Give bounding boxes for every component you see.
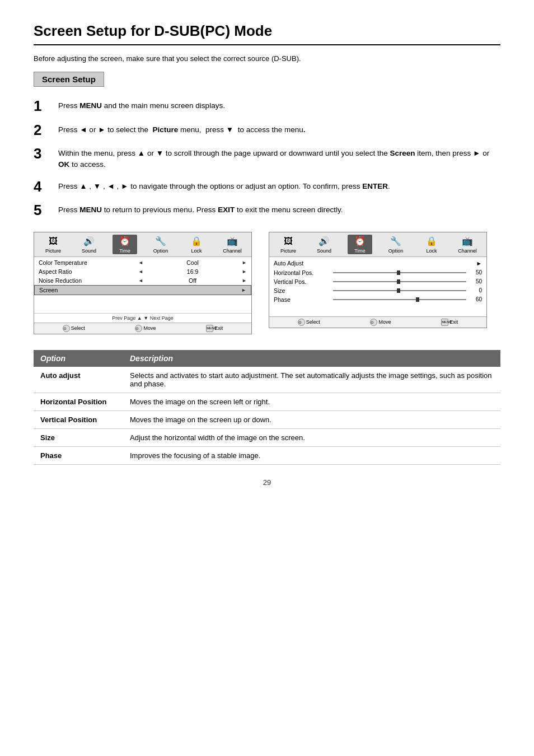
right-menu-icon-channel: 📺 Channel (455, 235, 480, 254)
page-title: Screen Setup for D-SUB(PC) Mode (34, 22, 500, 45)
right-menu-icon-lock: 🔒 Lock (419, 235, 444, 254)
option-phase: Phase (34, 446, 123, 464)
menu-icon-lock: 🔒 Lock (184, 235, 209, 254)
table-row-phase: Phase Improves the focusing of a stable … (34, 446, 500, 464)
right-menu-row-auto: Auto Adjust ► (269, 258, 486, 268)
step-num-3: 3 (34, 146, 54, 162)
right-time-icon: ⏰ (352, 235, 368, 248)
right-menu-row-size: Size 0 (269, 286, 486, 295)
time-icon: ⏰ (117, 235, 133, 248)
channel-icon: 📺 (224, 235, 240, 248)
step-text-1: Press MENU and the main menu screen disp… (58, 98, 225, 111)
step-3: 3 Within the menu, press ▲ or ▼ to scrol… (34, 146, 500, 171)
desc-hpos: Moves the image on the screen left or ri… (123, 393, 500, 410)
right-option-icon: 🔧 (388, 235, 404, 248)
right-menu-icon-sound: 🔊 Sound (312, 235, 336, 254)
step-text-4: Press ▲ , ▼ , ◄ , ► to navigate through … (58, 179, 390, 192)
menus-row: 🖼 Picture 🔊 Sound ⏰ Time 🔧 Option 🔒 Lock… (34, 232, 500, 334)
col-option: Option (34, 350, 123, 367)
right-menu-row-vpos: Vertical Pos. 50 (269, 277, 486, 286)
right-menu-rows: Auto Adjust ► Horizontal Pos. 50 Vertica… (269, 257, 486, 316)
step-5: 5 Press MENU to return to previous menu.… (34, 202, 500, 218)
sound-icon: 🔊 (81, 235, 97, 248)
right-lock-icon: 🔒 (424, 235, 439, 248)
right-picture-icon: 🖼 (280, 235, 296, 248)
right-menu-icon-picture: 🖼 Picture (276, 235, 301, 254)
step-num-5: 5 (34, 202, 54, 218)
step-4: 4 Press ▲ , ▼ , ◄ , ► to navigate throug… (34, 179, 500, 195)
option-vpos: Vertical Position (34, 410, 123, 428)
step-num-2: 2 (34, 122, 54, 138)
left-menu-controls: ⊙ Select ⊙ Move MENU Exit (34, 323, 251, 334)
desc-size: Adjust the horizontal width of the image… (123, 428, 500, 446)
option-auto-adjust: Auto adjust (34, 367, 123, 393)
table-row-hpos: Horizontal Position Moves the image on t… (34, 393, 500, 410)
left-menu-nav: Prev Page ▲ ▼ Next Page (34, 313, 251, 323)
right-menu-icons: 🖼 Picture 🔊 Sound ⏰ Time 🔧 Option 🔒 Lock… (269, 232, 486, 257)
picture-icon: 🖼 (45, 235, 61, 248)
select-ctrl-icon: ⊙ (63, 325, 70, 332)
right-move-ctrl-icon: ⊙ (370, 319, 377, 326)
right-menu-controls: ⊙ Select ⊙ Move MENU Exit (269, 316, 486, 328)
menu-icon-option: 🔧 Option (148, 235, 173, 254)
table-row-auto-adjust: Auto adjust Selects and activates to sta… (34, 367, 500, 393)
option-hpos: Horizontal Position (34, 393, 123, 410)
menu-icon-picture: 🖼 Picture (41, 235, 65, 254)
right-sound-icon: 🔊 (316, 235, 332, 248)
exit-ctrl-icon: MENU (206, 325, 213, 332)
desc-phase: Improves the focusing of a stable image. (123, 446, 500, 464)
intro-text: Before adjusting the screen, make sure t… (34, 54, 500, 63)
step-text-5: Press MENU to return to previous menu. P… (58, 202, 343, 216)
table-row-vpos: Vertical Position Moves the image on the… (34, 410, 500, 428)
right-exit-ctrl-icon: MENU (441, 319, 448, 326)
menu-icon-sound: 🔊 Sound (77, 235, 101, 254)
options-table: Option Description Auto adjust Selects a… (34, 350, 500, 465)
menu-row-color-temp: Color Temperature ◄ Cool ► (34, 258, 251, 267)
menu-icon-channel: 📺 Channel (220, 235, 245, 254)
step-num-1: 1 (34, 98, 54, 114)
right-select-ctrl-icon: ⊙ (298, 319, 305, 326)
option-size: Size (34, 428, 123, 446)
step-text-3: Within the menu, press ▲ or ▼ to scroll … (58, 146, 500, 171)
menu-row-noise: Noise Reduction ◄ Off ► (34, 276, 251, 285)
steps-list: 1 Press MENU and the main menu screen di… (34, 98, 500, 218)
right-menu-icon-time: ⏰ Time (348, 235, 372, 254)
menu-row-screen: Screen ► (34, 285, 251, 295)
right-channel-icon: 📺 (460, 235, 475, 248)
step-2: 2 Press ◄ or ► to select the Picture men… (34, 122, 500, 138)
step-num-4: 4 (34, 179, 54, 195)
right-menu-row-phase: Phase 60 (269, 295, 486, 304)
right-menu-row-hpos: Horizontal Pos. 50 (269, 268, 486, 277)
left-menu-rows: Color Temperature ◄ Cool ► Aspect Ratio … (34, 257, 251, 313)
desc-vpos: Moves the image on the screen up or down… (123, 410, 500, 428)
desc-auto-adjust: Selects and activates to start auto adju… (123, 367, 500, 393)
col-description: Description (123, 350, 500, 367)
lock-icon: 🔒 (189, 235, 204, 248)
menu-row-aspect: Aspect Ratio ◄ 16:9 ► (34, 267, 251, 276)
left-menu-icons: 🖼 Picture 🔊 Sound ⏰ Time 🔧 Option 🔒 Lock… (34, 232, 251, 257)
option-icon: 🔧 (153, 235, 168, 248)
step-1: 1 Press MENU and the main menu screen di… (34, 98, 500, 114)
left-menu: 🖼 Picture 🔊 Sound ⏰ Time 🔧 Option 🔒 Lock… (34, 232, 252, 334)
move-ctrl-icon: ⊙ (135, 325, 142, 332)
menu-icon-time: ⏰ Time (113, 235, 137, 254)
table-row-size: Size Adjust the horizontal width of the … (34, 428, 500, 446)
section-header: Screen Setup (34, 72, 104, 87)
right-menu-icon-option: 🔧 Option (383, 235, 408, 254)
step-text-2: Press ◄ or ► to select the Picture menu,… (58, 122, 306, 136)
page-number: 29 (34, 478, 500, 487)
right-menu: 🖼 Picture 🔊 Sound ⏰ Time 🔧 Option 🔒 Lock… (269, 232, 487, 328)
